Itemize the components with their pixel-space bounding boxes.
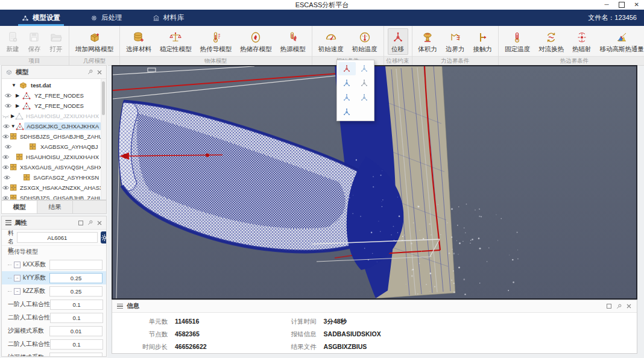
property-value-input[interactable]	[49, 286, 103, 297]
tree-item[interactable]: XSAXGAUS_AISYAQSH_ASHX	[2, 162, 101, 172]
pin-icon[interactable]	[616, 303, 622, 310]
visibility-eye-off-icon[interactable]	[2, 112, 10, 120]
property-value-input[interactable]	[50, 339, 103, 350]
restore-button[interactable]	[619, 2, 625, 8]
pin-icon[interactable]	[87, 69, 93, 75]
property-row[interactable]: 沙漏模式系数	[2, 324, 106, 338]
select-material-icon	[132, 30, 145, 45]
tree-item[interactable]: ▼AGSGKJKG_GJHXAJKHXA	[2, 121, 101, 131]
toolbar-button-thermal-radiation[interactable]: 热辐射	[569, 28, 595, 55]
visibility-eye-icon[interactable]	[2, 184, 10, 192]
toolbar-button-heat-source-model[interactable]: 热源模型	[277, 28, 309, 55]
toolbar-button-heat-storage-model[interactable]: 热储存模型	[236, 28, 276, 55]
info-stat-value: 4582365	[175, 330, 200, 339]
tree-item[interactable]: ZSXGX_HSAKAZNZXK_AHASX	[2, 183, 101, 193]
property-row[interactable]: 二阶人工粘合性	[2, 338, 106, 351]
toolbar-button-heat-conduction-model[interactable]: 热传导模型	[197, 28, 236, 55]
expander-collapsed-icon[interactable]: ▶	[14, 93, 21, 98]
property-value-input[interactable]	[49, 273, 103, 283]
toolbar-button-label: 热传导模型	[200, 45, 232, 54]
close-button[interactable]: ✕	[634, 0, 639, 10]
heat-source-model-icon	[286, 30, 300, 45]
property-value-input[interactable]	[49, 260, 103, 270]
constraint-type-6[interactable]	[356, 91, 373, 104]
property-value-input[interactable]	[49, 353, 103, 357]
tree-item[interactable]: SDHSBJZS_GHSABJHB_ZAHU	[2, 131, 101, 142]
visibility-eye-icon[interactable]	[2, 143, 14, 151]
visibility-eye-icon[interactable]	[2, 92, 14, 99]
sidebar-tab-active[interactable]: 模型	[2, 201, 37, 213]
visibility-eye-icon[interactable]	[2, 153, 10, 161]
expander-collapsed-icon[interactable]: ▶	[10, 113, 15, 119]
toolbar-button-select-material[interactable]: 选择材料	[122, 28, 155, 55]
visibility-eye-icon[interactable]	[2, 163, 10, 171]
toolbar-button-boundary-force[interactable]: 边界力	[442, 28, 469, 55]
property-value-input[interactable]	[49, 326, 103, 336]
expander-expanded-icon[interactable]: ▼	[10, 83, 17, 88]
tree-item[interactable]: XAGBSXG_AYHAQBJ	[2, 142, 101, 152]
model-panel-title: 模型	[16, 68, 28, 77]
toolbar-button-initial-velocity[interactable]: 初始速度	[315, 28, 347, 55]
toolbar-button-add-mesh-model[interactable]: 增加网格模型	[72, 28, 117, 55]
info-panel-header: 信息	[112, 300, 637, 313]
toolbar-button-initial-temperature[interactable]: 初始温度	[349, 28, 381, 55]
expander-expanded-icon[interactable]: ▼	[10, 124, 16, 129]
info-stat-label: 节点数	[130, 330, 168, 339]
toolbar-button-convection[interactable]: 对流换热	[535, 28, 567, 55]
toolbar-button-displacement-triad[interactable]: 位移	[388, 28, 408, 55]
toolbar-button-stability-model[interactable]: 稳定性模型	[156, 28, 195, 55]
constraint-type-2[interactable]	[356, 62, 373, 75]
visibility-eye-icon[interactable]	[2, 102, 14, 110]
info-stat-label: 结果文件	[279, 343, 317, 351]
nav-tab-3[interactable]: 材料库	[144, 10, 193, 26]
toolbar-button-open-folder[interactable]: 打开	[46, 28, 66, 55]
tree-item[interactable]: SAGFASGZ_ASYHHXSN	[2, 172, 101, 183]
property-row[interactable]: −kXX系数	[2, 258, 106, 271]
visibility-eye-icon[interactable]	[2, 174, 11, 181]
tree-item[interactable]: SDHSBJZS_GHSABJHB_ZAHU	[2, 193, 101, 199]
minimize-button[interactable]: ─	[605, 0, 609, 10]
restore-panel-icon[interactable]	[78, 220, 84, 226]
visibility-eye-icon[interactable]	[2, 133, 10, 140]
property-row[interactable]: 一阶人工粘合性	[2, 298, 106, 311]
tree-item[interactable]: ▶HSAUHOISU_JZXIUXHAHX	[2, 111, 101, 121]
constraint-type-7[interactable]	[338, 105, 356, 119]
toolbar-button-moving-gaussian-flux[interactable]: 移动高斯热通量	[596, 28, 644, 55]
tree-item[interactable]: ▶YZ_FREE_NODES	[2, 90, 101, 101]
constraint-type-3[interactable]	[338, 77, 356, 90]
close-icon[interactable]	[96, 220, 103, 226]
nav-tab-2[interactable]: 后处理	[82, 10, 131, 26]
pin-icon[interactable]	[87, 219, 93, 226]
property-value-input[interactable]	[50, 300, 103, 310]
tree-item[interactable]: ▼test.dat	[2, 80, 101, 90]
toolbar-button-body-force[interactable]: 体积力	[415, 28, 441, 55]
property-row[interactable]: 二阶人工粘合性	[2, 311, 106, 324]
toolbar-button-fixed-temperature[interactable]: 固定温度	[501, 28, 534, 55]
constraint-type-1[interactable]	[338, 62, 356, 75]
tree-item-label: test.dat	[28, 81, 54, 89]
toolbar-button-save[interactable]: 保存	[24, 28, 45, 55]
visibility-eye-icon[interactable]	[2, 122, 10, 130]
visibility-eye-icon[interactable]	[2, 194, 10, 199]
viewport-3d[interactable]	[112, 65, 637, 300]
constraint-type-5[interactable]	[338, 91, 356, 104]
material-name-input[interactable]	[17, 232, 98, 243]
restore-panel-icon[interactable]	[606, 303, 612, 309]
property-value-input[interactable]	[50, 313, 103, 323]
toolbar-button-contact-force[interactable]: 接触力	[470, 28, 496, 55]
constraint-type-4[interactable]	[356, 77, 373, 90]
material-settings-button[interactable]	[101, 231, 106, 243]
toolbar-button-new-file[interactable]: 新建	[2, 28, 23, 55]
property-label: −kYY系数	[8, 274, 49, 282]
tree-item[interactable]: HSAUHOISU_JZXIUXHAHX	[2, 152, 101, 162]
sidebar-tab-inactive[interactable]: 结果	[37, 201, 73, 213]
property-row[interactable]: −kYY系数	[2, 271, 106, 284]
property-row[interactable]: 沙漏模式系数	[2, 351, 106, 356]
expander-collapsed-icon[interactable]: ▶	[14, 103, 21, 108]
tree-item[interactable]: ▶YZ_FREE_NODES	[2, 101, 101, 111]
property-row[interactable]: −kZZ系数	[2, 284, 106, 298]
tree-scrollbar[interactable]	[101, 79, 106, 199]
close-icon[interactable]	[96, 69, 103, 75]
nav-tab-1[interactable]: 模型设置	[13, 10, 69, 26]
close-icon[interactable]	[626, 303, 632, 309]
